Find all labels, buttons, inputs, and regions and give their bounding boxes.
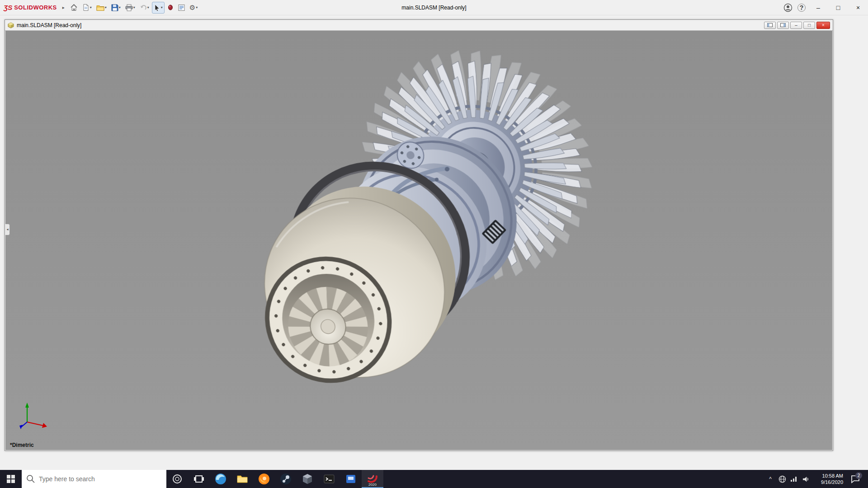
document-titlebar[interactable]: main.SLDASM [Read-only] – □ × — [5, 20, 833, 31]
undo-icon — [140, 4, 147, 11]
taskbar-clock[interactable]: 10:58 AM 9/16/2020 — [811, 473, 846, 485]
action-center-button[interactable]: 2 — [846, 470, 865, 488]
taskbar-app-firefox[interactable] — [253, 470, 275, 488]
tray-chevron-button[interactable]: ^ — [764, 470, 776, 488]
new-document-button[interactable]: ▾ — [80, 2, 94, 14]
taskbar-app-steam[interactable] — [275, 470, 297, 488]
graphics-viewport[interactable]: *Dimetric ◂ — [5, 31, 832, 450]
taskbar-app-blue-window[interactable] — [340, 470, 362, 488]
appearance-sphere-icon — [167, 4, 174, 11]
network-globe-button[interactable] — [776, 470, 788, 488]
new-document-icon — [82, 4, 90, 11]
print-button[interactable]: ▾ — [123, 2, 137, 14]
taskbar-app-solidworks[interactable]: 2020 — [362, 470, 383, 488]
pane-right-icon — [780, 23, 786, 27]
open-folder-icon — [96, 4, 104, 11]
firefox-icon — [258, 473, 270, 485]
options-button[interactable]: ⚙ ▾ — [188, 2, 199, 14]
print-icon — [125, 4, 133, 11]
speaker-icon — [802, 476, 810, 483]
undo-button[interactable]: ▾ — [138, 2, 151, 14]
gear-icon: ⚙ — [189, 4, 195, 12]
file-explorer-icon — [236, 473, 249, 485]
task-view-icon — [193, 474, 204, 484]
signal-button[interactable] — [788, 470, 800, 488]
steam-icon — [279, 473, 292, 485]
report-list-icon — [178, 4, 185, 11]
app-minimize-button[interactable]: – — [808, 0, 828, 15]
start-button[interactable] — [0, 470, 22, 488]
help-icon: ? — [797, 4, 806, 12]
save-button[interactable]: ▾ — [109, 2, 123, 14]
select-tool-button[interactable]: ▾ — [152, 2, 165, 14]
globe-icon — [778, 475, 786, 483]
main-toolbar: ▾ ▾ ▾ ▾ ▾ ▾ ⚙ ▾ — [68, 2, 200, 14]
app-window-controls: ? – □ × — [781, 0, 868, 15]
taskbar-app-cube[interactable] — [297, 470, 318, 488]
account-icon — [783, 3, 793, 12]
clock-date: 9/16/2020 — [811, 479, 843, 485]
undo-caret[interactable]: ▾ — [147, 5, 149, 9]
orientation-triad — [15, 399, 52, 435]
solidworks-brand-text: SOLIDWORKS — [14, 4, 57, 11]
doc-pane-right-button[interactable] — [777, 22, 789, 29]
volume-button[interactable] — [800, 470, 811, 488]
terminal-icon — [323, 473, 335, 485]
windows-logo-icon — [7, 475, 15, 483]
notification-badge: 2 — [855, 472, 862, 479]
solidworks-logo: ƷS SOLIDWORKS — [4, 4, 57, 11]
search-icon — [26, 474, 35, 483]
blue-app-icon — [344, 473, 357, 485]
cortana-icon — [172, 474, 183, 484]
select-cursor-icon — [154, 4, 160, 11]
pane-left-icon — [767, 23, 773, 27]
app-window-title: main.SLDASM [Read-only] — [401, 0, 466, 15]
clock-time: 10:58 AM — [811, 473, 843, 479]
new-document-caret[interactable]: ▾ — [90, 5, 92, 9]
task-view-button[interactable] — [188, 470, 210, 488]
open-caret[interactable]: ▾ — [105, 5, 107, 9]
cube-app-icon — [301, 473, 314, 485]
solidworks-logo-glyph: ƷS — [4, 4, 12, 11]
signal-bars-icon — [790, 476, 797, 482]
doc-close-button[interactable]: × — [816, 22, 830, 29]
account-button[interactable] — [781, 1, 795, 14]
report-button[interactable] — [176, 2, 187, 14]
doc-pane-left-button[interactable] — [764, 22, 776, 29]
cortana-button[interactable] — [166, 470, 188, 488]
view-orientation-label: *Dimetric — [10, 442, 34, 448]
document-title: main.SLDASM [Read-only] — [17, 22, 81, 28]
open-button[interactable]: ▾ — [94, 2, 108, 14]
engine-assembly[interactable] — [227, 31, 640, 414]
taskbar-app-edge[interactable] — [210, 470, 231, 488]
system-tray: ^ 10:58 AM 9/16/2020 — [764, 470, 868, 488]
assembly-cube-icon — [8, 22, 14, 28]
document-window: main.SLDASM [Read-only] – □ × — [5, 19, 833, 451]
edge-icon — [214, 473, 227, 485]
search-input[interactable] — [22, 470, 166, 488]
document-window-controls: – □ × — [764, 22, 830, 29]
save-icon — [111, 4, 118, 11]
print-caret[interactable]: ▾ — [133, 5, 135, 9]
select-tool-caret[interactable]: ▾ — [161, 5, 163, 9]
app-titlebar: ƷS SOLIDWORKS ▸ ▾ ▾ ▾ ▾ ▾ ▾ — [0, 0, 868, 15]
appearance-tool-button[interactable] — [165, 2, 175, 14]
help-button[interactable]: ? — [795, 1, 808, 14]
taskbar-app-terminal[interactable] — [318, 470, 340, 488]
jet-engine-model[interactable] — [5, 31, 832, 450]
taskbar: 2020 ^ 10:58 AM 9/16/2020 — [0, 470, 868, 488]
menu-flyout-arrow[interactable]: ▸ — [62, 5, 65, 10]
solidworks-year-caption: 2020 — [362, 483, 383, 487]
doc-minimize-button[interactable]: – — [790, 22, 802, 29]
featuremanager-collapse-tab[interactable]: ◂ — [5, 224, 10, 235]
app-close-button[interactable]: × — [848, 0, 868, 15]
home-icon — [70, 4, 78, 11]
options-caret[interactable]: ▾ — [196, 5, 198, 9]
doc-restore-button[interactable]: □ — [803, 22, 815, 29]
save-caret[interactable]: ▾ — [119, 5, 121, 9]
app-maximize-button[interactable]: □ — [828, 0, 848, 15]
taskbar-search[interactable] — [22, 470, 166, 488]
home-button[interactable] — [68, 2, 80, 14]
taskbar-app-file-explorer[interactable] — [231, 470, 253, 488]
